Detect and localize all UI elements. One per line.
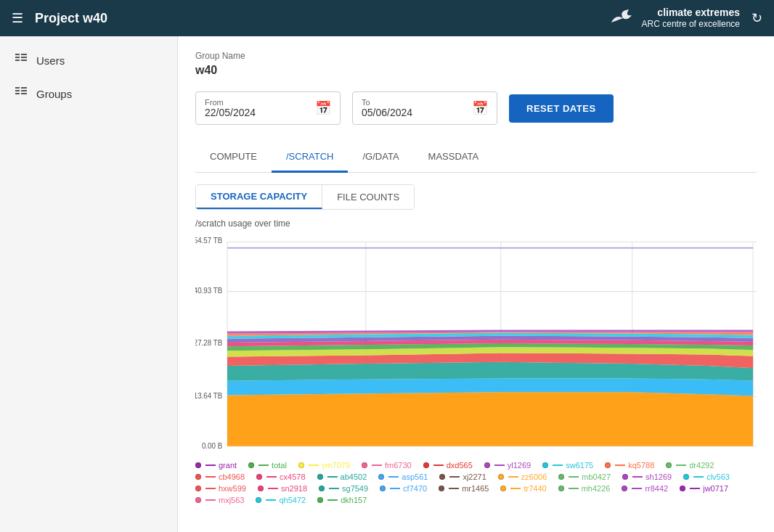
sidebar-item-groups[interactable]: Groups xyxy=(0,77,177,110)
legend-item: ab4502 xyxy=(317,472,367,481)
legend-item: total xyxy=(248,461,287,470)
legend-item: yl1269 xyxy=(484,461,531,470)
legend-item: mr1465 xyxy=(439,484,489,493)
date-row: From 22/05/2024 📅 To 05/06/2024 📅 RESET … xyxy=(195,91,757,125)
legend-item: rr8442 xyxy=(622,484,668,493)
svg-rect-8 xyxy=(15,93,20,94)
chart-label: /scratch usage over time xyxy=(195,218,757,229)
legend-item: mxj563 xyxy=(195,496,244,504)
svg-text:2024-05-26: 2024-05-26 xyxy=(349,451,382,452)
date-from-field[interactable]: From 22/05/2024 📅 xyxy=(195,91,341,125)
svg-text:54.57 TB: 54.57 TB xyxy=(195,237,222,245)
header-logo: climate extremes ARC centre of excellenc… xyxy=(610,6,740,30)
legend-item: sh1269 xyxy=(622,472,672,481)
legend-item: dr4292 xyxy=(666,461,714,470)
tab-compute[interactable]: COMPUTE xyxy=(195,142,272,173)
sidebar-item-users-label: Users xyxy=(36,54,65,67)
tab-scratch[interactable]: /SCRATCH xyxy=(272,142,348,173)
brand-sub: ARC centre of excellence xyxy=(642,19,740,30)
sidebar: Users Groups xyxy=(0,36,178,532)
svg-rect-11 xyxy=(21,93,27,94)
date-to-field[interactable]: To 05/06/2024 📅 xyxy=(352,91,497,125)
svg-rect-3 xyxy=(21,54,27,55)
svg-rect-2 xyxy=(15,60,20,61)
legend-item: sg7549 xyxy=(319,484,368,493)
group-name-label: Group Name xyxy=(195,51,757,61)
svg-rect-1 xyxy=(15,57,20,58)
legend-item: asp561 xyxy=(378,472,428,481)
svg-text:2024-05-30: 2024-05-30 xyxy=(484,451,517,452)
calendar-to-icon[interactable]: 📅 xyxy=(472,100,488,116)
header-title: Project w40 xyxy=(35,11,610,26)
legend-item: cx4578 xyxy=(256,472,305,481)
legend-item: xj2271 xyxy=(439,472,486,481)
svg-rect-9 xyxy=(21,87,27,89)
legend-item: cb4968 xyxy=(195,472,245,481)
calendar-from-icon[interactable]: 📅 xyxy=(315,100,331,116)
svg-rect-0 xyxy=(15,54,20,55)
svg-rect-10 xyxy=(21,90,27,91)
legend-item: hxw599 xyxy=(195,484,246,493)
sidebar-item-groups-label: Groups xyxy=(36,88,72,100)
legend-item: ym7079 xyxy=(298,461,350,470)
sub-tab-files[interactable]: FILE COUNTS xyxy=(322,185,414,209)
svg-text:0.00 B: 0.00 B xyxy=(202,442,223,450)
legend-item: kq5788 xyxy=(605,461,654,470)
sub-tabs: STORAGE CAPACITY FILE COUNTS xyxy=(195,184,415,210)
svg-rect-5 xyxy=(21,60,27,61)
reset-dates-button[interactable]: RESET DATES xyxy=(509,94,614,123)
svg-rect-7 xyxy=(15,90,20,91)
chart-svg: 54.57 TB 40.93 TB 27.28 TB 13.64 TB 0.00… xyxy=(195,234,757,452)
legend-item: dxd565 xyxy=(423,461,473,470)
legend-item: mb0427 xyxy=(558,472,611,481)
list-icon xyxy=(15,52,28,68)
grid-icon xyxy=(15,86,28,102)
svg-marker-27 xyxy=(227,392,753,446)
from-label: From xyxy=(205,98,309,107)
to-value: 05/06/2024 xyxy=(362,107,466,118)
legend-item: clv563 xyxy=(683,472,730,481)
svg-marker-29 xyxy=(227,362,753,381)
brand-name: climate extremes xyxy=(642,6,740,19)
sidebar-item-users[interactable]: Users xyxy=(0,44,177,77)
sub-tab-storage[interactable]: STORAGE CAPACITY xyxy=(196,185,322,209)
legend-item: tr7440 xyxy=(500,484,546,493)
brand-text: climate extremes ARC centre of excellenc… xyxy=(642,6,740,30)
to-label: To xyxy=(362,98,466,107)
svg-rect-4 xyxy=(21,57,27,58)
legend-item: dkh157 xyxy=(317,496,367,504)
legend-item: grant xyxy=(195,461,237,470)
svg-rect-6 xyxy=(15,87,20,89)
legend-item: sn2918 xyxy=(258,484,307,493)
svg-text:2024-05-22: 2024-05-22 xyxy=(211,451,244,452)
legend-item: zz6006 xyxy=(498,472,547,481)
chart-container: 54.57 TB 40.93 TB 27.28 TB 13.64 TB 0.00… xyxy=(195,234,757,452)
legend: grant total ym7079 fm6730 dxd565 xyxy=(195,461,757,504)
legend-item: qh5472 xyxy=(256,496,306,504)
svg-text:2024-06-05: 2024-06-05 xyxy=(737,451,757,452)
legend-item: fm6730 xyxy=(362,461,412,470)
group-name-value: w40 xyxy=(195,64,757,77)
legend-item: jw0717 xyxy=(680,484,728,493)
from-value: 22/05/2024 xyxy=(205,107,309,118)
legend-item: cf7470 xyxy=(380,484,427,493)
legend-item: mh4226 xyxy=(558,484,611,493)
logo-icon xyxy=(610,8,636,28)
tab-massdata[interactable]: MASSDATA xyxy=(414,142,494,173)
refresh-icon[interactable]: ↻ xyxy=(751,10,762,26)
tab-gdata[interactable]: /G/DATA xyxy=(348,142,413,173)
legend-item: sw6175 xyxy=(542,461,593,470)
main-tabs: COMPUTE /SCRATCH /G/DATA MASSDATA xyxy=(195,142,757,173)
header: ☰ Project w40 climate extremes ARC centr… xyxy=(0,0,774,36)
main-layout: Users Groups Group Name w40 From 22/05/2… xyxy=(0,36,774,532)
svg-text:40.93 TB: 40.93 TB xyxy=(195,286,222,294)
content: Group Name w40 From 22/05/2024 📅 To 05/0… xyxy=(178,36,774,532)
svg-text:13.64 TB: 13.64 TB xyxy=(195,391,222,399)
svg-text:27.28 TB: 27.28 TB xyxy=(195,339,222,347)
menu-icon[interactable]: ☰ xyxy=(12,10,23,26)
